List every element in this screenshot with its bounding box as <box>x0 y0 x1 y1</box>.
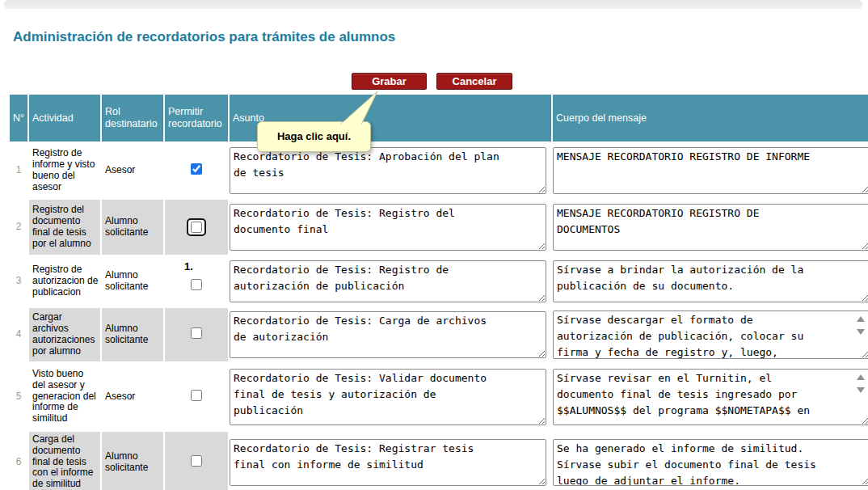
allow-reminder-checkbox[interactable] <box>191 327 202 339</box>
reminders-table: N° Actividad Rol destinatario Permitir r… <box>8 93 868 490</box>
header-actividad: Actividad <box>29 95 100 142</box>
row-number: 2 <box>10 200 27 255</box>
allow-reminder-checkbox[interactable] <box>191 390 202 401</box>
subject-textarea[interactable]: Recordatorio de Tesis: Registrar tesis f… <box>230 439 546 486</box>
row-number: 1 <box>10 143 27 198</box>
subject-textarea[interactable]: Recordatorio de Tesis: Aprobación del pl… <box>230 147 546 194</box>
top-panel-edge <box>4 0 862 9</box>
allow-reminder-cell: 1. <box>165 256 228 306</box>
scrollbar-down-icon[interactable] <box>857 387 865 393</box>
header-num: N° <box>10 95 27 142</box>
allow-reminder-cell <box>165 200 228 255</box>
textarea-scrollbar[interactable] <box>856 374 865 393</box>
checkbox-focus-ring <box>187 218 206 236</box>
table-row: 1 Registro de informe y visto bueno del … <box>10 143 868 198</box>
row-number: 6 <box>10 432 27 490</box>
row-number: 5 <box>10 363 27 430</box>
body-textarea[interactable]: Sírvase revisar en el Turnitin, el docum… <box>553 369 868 425</box>
subject-textarea[interactable]: Recordatorio de Tesis: Registro del docu… <box>230 204 546 251</box>
header-permitir-recordatorio: Permitir recordatorio <box>165 95 228 142</box>
body-textarea[interactable]: Se ha generado el informe de similitud. … <box>553 439 868 486</box>
role-label: Alumno solicitante <box>102 308 163 361</box>
allow-reminder-cell <box>165 432 228 490</box>
allow-reminder-checkbox[interactable] <box>191 163 202 175</box>
tooltip-tail <box>327 86 392 128</box>
subject-textarea[interactable]: Recordatorio de Tesis: Registro de autor… <box>230 260 546 302</box>
activity-label: Carga del documento final de tesis con e… <box>29 432 100 490</box>
role-label: Alumno solicitante <box>102 432 163 490</box>
header-rol-destinatario: Rol destinatario <box>102 95 163 142</box>
activity-label: Registro de informe y visto bueno del as… <box>29 143 100 198</box>
allow-reminder-cell <box>165 363 228 430</box>
role-label: Asesor <box>102 143 163 198</box>
role-label: Alumno solicitante <box>102 200 163 255</box>
allow-reminder-checkbox[interactable] <box>191 279 202 290</box>
tooltip-text: Haga clic aquí. <box>277 130 351 142</box>
body-textarea[interactable]: Sírvase descargar el formato de autoriza… <box>553 310 868 359</box>
table-row: 6 Carga del documento final de tesis con… <box>10 432 868 490</box>
table-row: 5 Visto bueno del asesor y generacion de… <box>10 363 868 430</box>
allow-reminder-cell <box>165 308 228 361</box>
body-textarea[interactable]: MENSAJE RECORDATORIO REGISTRO DE INFORME <box>553 147 868 194</box>
table-row: 2 Registro del documento final de tesis … <box>10 200 868 255</box>
activity-label: Registro de autorizacion de publicacion <box>29 256 100 306</box>
row-number: 4 <box>10 308 27 361</box>
role-label: Asesor <box>102 363 163 430</box>
allow-reminder-checkbox[interactable] <box>191 222 202 233</box>
body-textarea[interactable]: Sírvase a brindar la autorización de la … <box>553 260 868 302</box>
table-row: 4 Cargar archivos autorizaciones por alu… <box>10 308 868 361</box>
page-title: Administración de recordatorios para trá… <box>13 29 395 45</box>
scrollbar-up-icon[interactable] <box>857 374 865 380</box>
scrollbar-down-icon[interactable] <box>857 329 865 335</box>
body-textarea[interactable]: MENSAJE RECORDATORIO REGISTRO DE DOCUMEN… <box>553 204 868 251</box>
step-marker: 1. <box>184 260 193 272</box>
cancel-button[interactable]: Cancelar <box>436 73 512 90</box>
activity-label: Cargar archivos autorizaciones por alumn… <box>29 308 100 361</box>
scrollbar-up-icon[interactable] <box>857 316 865 322</box>
role-label: Alumno solicitante <box>102 256 163 306</box>
table-header-row: N° Actividad Rol destinatario Permitir r… <box>10 95 868 142</box>
row-number: 3 <box>10 256 27 306</box>
allow-reminder-checkbox[interactable] <box>191 455 202 467</box>
textarea-scrollbar[interactable] <box>856 316 865 335</box>
subject-textarea[interactable]: Recordatorio de Tesis: Validar documento… <box>230 369 546 425</box>
subject-textarea[interactable]: Recordatorio de Tesis: Carga de archivos… <box>230 311 546 358</box>
allow-reminder-cell <box>165 143 228 198</box>
activity-label: Registro del documento final de tesis po… <box>29 200 100 255</box>
activity-label: Visto bueno del asesor y generacion del … <box>29 363 100 430</box>
table-row: 3 Registro de autorizacion de publicacio… <box>10 256 868 306</box>
header-cuerpo-mensaje: Cuerpo del mensaje <box>553 95 868 142</box>
